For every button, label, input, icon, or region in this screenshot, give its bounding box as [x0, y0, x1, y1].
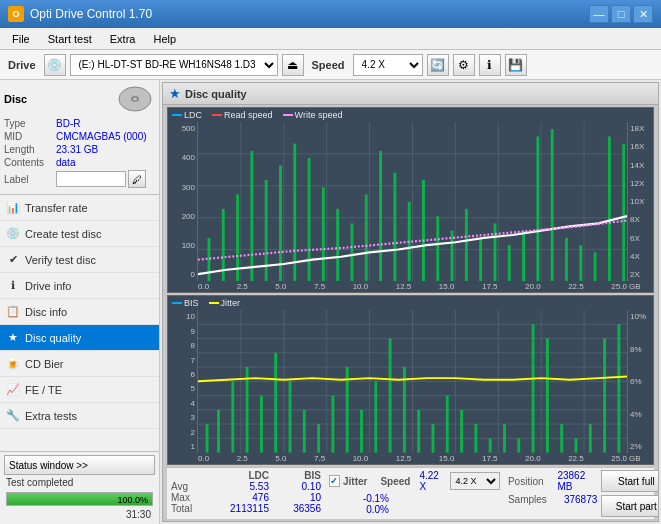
- svg-rect-28: [379, 151, 382, 281]
- main-layout: Disc Type BD-R MID CMCMAGBA5 (000) Leng: [0, 80, 661, 524]
- nav-items: 📊 Transfer rate 💿 Create test disc ✔ Ver…: [0, 195, 159, 451]
- sidebar-item-transfer-rate[interactable]: 📊 Transfer rate: [0, 195, 159, 221]
- title-bar-left: O Opti Drive Control 1.70: [8, 6, 152, 22]
- jitter-checkbox[interactable]: ✓: [329, 475, 340, 487]
- action-buttons: Start full Start part: [601, 470, 658, 517]
- svg-rect-34: [465, 209, 468, 281]
- nav-label-disc-info: Disc info: [25, 306, 67, 318]
- svg-rect-65: [217, 410, 220, 453]
- svg-rect-29: [393, 173, 396, 282]
- sidebar-item-extra-tests[interactable]: 🔧 Extra tests: [0, 403, 159, 429]
- nav-label-extra-tests: Extra tests: [25, 410, 77, 422]
- position-section: Position 23862 MB Samples 376873: [504, 470, 597, 505]
- speed-dropdown[interactable]: 4.2 X: [450, 472, 500, 490]
- status-window-button[interactable]: Status window >>: [4, 455, 155, 475]
- svg-rect-67: [246, 367, 249, 453]
- settings-button[interactable]: ⚙: [453, 54, 475, 76]
- menu-file[interactable]: File: [4, 31, 38, 47]
- disc-type-value: BD-R: [56, 118, 80, 129]
- svg-rect-68: [260, 396, 263, 453]
- disc-contents-label: Contents: [4, 157, 56, 168]
- legend-write-text: Write speed: [295, 110, 343, 120]
- nav-label-cd-bier: CD Bier: [25, 358, 64, 370]
- nav-label-create-test-disc: Create test disc: [25, 228, 101, 240]
- samples-row: Samples 376873: [508, 494, 597, 505]
- info-button[interactable]: ℹ: [479, 54, 501, 76]
- legend-write-color: [283, 114, 293, 116]
- stats-headers: LDC BIS: [171, 470, 321, 481]
- menu-help[interactable]: Help: [145, 31, 184, 47]
- svg-rect-45: [622, 144, 625, 282]
- disc-label-btn[interactable]: 🖊: [128, 170, 146, 188]
- window-controls: — □ ✕: [589, 5, 653, 23]
- ldc-bis-stats: LDC BIS Avg 5.53 0.10 Max 476 10: [171, 470, 321, 514]
- sidebar-item-verify-test-disc[interactable]: ✔ Verify test disc: [0, 247, 159, 273]
- jitter-speed-stats: ✓ Jitter Speed 4.22 X 4.2 X -0.1%: [325, 470, 500, 515]
- svg-rect-71: [303, 410, 306, 453]
- top-chart-legend: LDC Read speed Write speed: [168, 108, 653, 122]
- close-button[interactable]: ✕: [633, 5, 653, 23]
- panel-title: Disc quality: [185, 88, 247, 100]
- menu-start-test[interactable]: Start test: [40, 31, 100, 47]
- svg-rect-41: [565, 238, 568, 281]
- nav-label-transfer-rate: Transfer rate: [25, 202, 88, 214]
- svg-rect-85: [503, 424, 506, 453]
- svg-rect-86: [517, 439, 520, 453]
- position-value: 23862 MB: [557, 470, 597, 492]
- start-full-button[interactable]: Start full: [601, 470, 658, 492]
- speed-select[interactable]: 4.2 X: [353, 54, 423, 76]
- nav-label-fe-te: FE / TE: [25, 384, 62, 396]
- content-area: ★ Disc quality LDC Read speed: [160, 80, 661, 524]
- start-part-button[interactable]: Start part: [601, 495, 658, 517]
- eject-button[interactable]: ⏏: [282, 54, 304, 76]
- svg-rect-43: [594, 252, 597, 281]
- disc-label-label: Label: [4, 174, 56, 185]
- svg-rect-72: [317, 424, 320, 453]
- save-button[interactable]: 💾: [505, 54, 527, 76]
- top-y-axis-right: 18X 16X 14X 12X 10X 8X 6X 4X 2X: [627, 122, 653, 281]
- svg-rect-80: [432, 424, 435, 453]
- drive-select[interactable]: (E:) HL-DT-ST BD-RE WH16NS48 1.D3: [70, 54, 278, 76]
- drive-icon-btn[interactable]: 💿: [44, 54, 66, 76]
- menu-extra[interactable]: Extra: [102, 31, 144, 47]
- disc-label-input[interactable]: [56, 171, 126, 187]
- create-test-disc-icon: 💿: [6, 227, 20, 241]
- bottom-y-axis-right: 10% 8% 6% 4% 2%: [627, 310, 653, 453]
- sidebar-item-fe-te[interactable]: 📈 FE / TE: [0, 377, 159, 403]
- extra-tests-icon: 🔧: [6, 409, 20, 423]
- refresh-button[interactable]: 🔄: [427, 54, 449, 76]
- nav-label-verify-test-disc: Verify test disc: [25, 254, 96, 266]
- avg-bis-value: 0.10: [271, 481, 321, 492]
- progress-text: 100.0%: [117, 493, 148, 507]
- bottom-x-labels: 0.0 2.5 5.0 7.5 10.0 12.5 15.0 17.5 20.0…: [198, 453, 627, 464]
- speed-label: Speed: [308, 59, 349, 71]
- title-bar: O Opti Drive Control 1.70 — □ ✕: [0, 0, 661, 28]
- svg-rect-93: [617, 325, 620, 453]
- disc-type-label: Type: [4, 118, 56, 129]
- top-chart-svg-area: [198, 122, 627, 281]
- legend-ldc-text: LDC: [184, 110, 202, 120]
- avg-jitter-value: -0.1%: [329, 493, 389, 504]
- disc-header: Disc: [4, 84, 155, 114]
- sidebar-item-create-test-disc[interactable]: 💿 Create test disc: [0, 221, 159, 247]
- minimize-button[interactable]: —: [589, 5, 609, 23]
- legend-read-text: Read speed: [224, 110, 273, 120]
- total-label: Total: [171, 503, 207, 514]
- sidebar-item-drive-info[interactable]: ℹ Drive info: [0, 273, 159, 299]
- svg-rect-36: [494, 223, 497, 281]
- sidebar-item-cd-bier[interactable]: 🍺 CD Bier: [0, 351, 159, 377]
- disc-label-row: Label 🖊: [4, 170, 155, 188]
- legend-read-speed-label: Read speed: [212, 110, 273, 120]
- sidebar-item-disc-quality[interactable]: ★ Disc quality: [0, 325, 159, 351]
- svg-rect-81: [446, 396, 449, 453]
- speed-display-value: 4.22 X: [419, 470, 445, 492]
- svg-rect-22: [293, 144, 296, 282]
- jitter-header: Jitter: [343, 476, 367, 487]
- disc-length-value: 23.31 GB: [56, 144, 98, 155]
- svg-rect-73: [331, 396, 334, 453]
- legend-jitter-color: [209, 302, 219, 304]
- bottom-chart: BIS Jitter 10 9 8: [167, 295, 654, 465]
- bottom-chart-svg-area: [198, 310, 627, 453]
- sidebar-item-disc-info[interactable]: 📋 Disc info: [0, 299, 159, 325]
- maximize-button[interactable]: □: [611, 5, 631, 23]
